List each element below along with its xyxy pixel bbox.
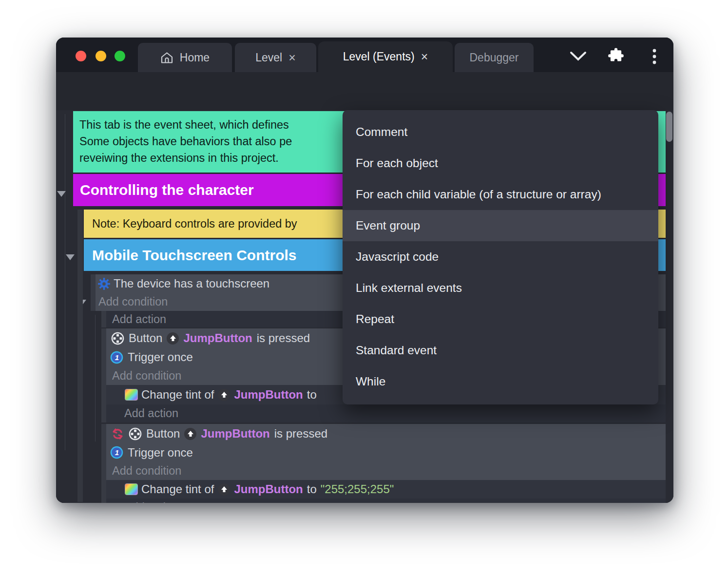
collapse-arrow[interactable] xyxy=(57,191,66,197)
action-prefix: Change tint of xyxy=(141,482,214,496)
menu-item-link-external-events[interactable]: Link external events xyxy=(343,272,658,304)
jumpbutton-icon xyxy=(218,483,230,496)
action-suffix: to xyxy=(307,482,317,496)
collapse-arrow[interactable] xyxy=(66,254,75,260)
action-row-2[interactable]: Change tint of JumpButton to "255;255;25… xyxy=(101,480,666,499)
add-event-context-menu: Comment For each object For each child v… xyxy=(343,110,658,404)
menu-item-comment[interactable]: Comment xyxy=(343,116,658,148)
trigger-once-icon: 1 xyxy=(110,446,123,459)
menu-item-for-each-child-variable[interactable]: For each child variable (of a structure … xyxy=(343,179,658,210)
tree-line xyxy=(65,114,65,450)
overflow-menu-icon[interactable] xyxy=(652,48,657,65)
instance-name: JumpButton xyxy=(183,331,252,345)
trigger-text: Trigger once xyxy=(128,446,193,460)
close-traffic-light[interactable] xyxy=(76,51,86,61)
instance-name: JumpButton xyxy=(234,388,303,402)
tint-icon xyxy=(125,484,137,495)
add-action-link[interactable]: Add action xyxy=(101,499,666,503)
indent-bar xyxy=(77,210,83,502)
group-title: Controlling the character xyxy=(80,182,254,198)
trigger-text: Trigger once xyxy=(128,350,193,364)
jumpbutton-icon xyxy=(167,332,179,345)
jumpbutton-icon xyxy=(218,389,230,401)
menu-item-event-group[interactable]: Event group xyxy=(343,210,658,241)
svg-text:1: 1 xyxy=(115,448,119,457)
trigger-once-row[interactable]: 1 Trigger once xyxy=(106,443,666,461)
condition-text: The device has a touchscreen xyxy=(114,277,269,290)
scrollbar-thumb[interactable] xyxy=(666,112,672,142)
menu-item-while[interactable]: While xyxy=(343,366,658,397)
tab-level-events[interactable]: Level (Events) × xyxy=(318,41,453,72)
menu-item-javascript-code[interactable]: Javascript code xyxy=(343,241,658,272)
svg-text:1: 1 xyxy=(115,353,119,362)
object-name: Button xyxy=(129,331,162,345)
button-object-icon xyxy=(111,332,124,345)
condition-row[interactable]: Button JumpButton is pressed xyxy=(106,424,666,443)
tint-icon xyxy=(125,389,137,400)
close-tab-icon[interactable]: × xyxy=(288,52,296,64)
tab-label: Home xyxy=(180,51,210,64)
group-title: Mobile Touchscreen Controls xyxy=(92,247,297,264)
titlebar: Home Level × Level (Events) × Debugger xyxy=(56,38,673,72)
instance-name: JumpButton xyxy=(201,427,269,441)
gear-icon xyxy=(97,277,111,290)
add-condition-link[interactable]: Add condition xyxy=(106,461,666,480)
jumpbutton-icon xyxy=(184,428,196,440)
menu-item-for-each-object[interactable]: For each object xyxy=(343,148,658,179)
app-window: Home Level × Level (Events) × Debugger xyxy=(56,38,673,503)
menu-item-repeat[interactable]: Repeat xyxy=(343,304,658,335)
instance-name: JumpButton xyxy=(234,482,303,496)
action-suffix: to xyxy=(307,388,317,402)
note-text: Note: Keyboard controls are provided by xyxy=(92,217,297,230)
toolbar xyxy=(56,72,673,110)
trigger-once-icon: 1 xyxy=(110,351,123,364)
home-icon xyxy=(160,51,173,64)
action-prefix: Change tint of xyxy=(141,388,214,402)
tab-debugger[interactable]: Debugger xyxy=(455,43,534,72)
tab-home[interactable]: Home xyxy=(138,43,232,72)
condition-suffix: is pressed xyxy=(257,331,310,345)
condition-suffix: is pressed xyxy=(274,427,327,441)
close-tab-icon[interactable]: × xyxy=(421,51,428,63)
tab-label: Debugger xyxy=(469,51,518,64)
menu-item-standard-event[interactable]: Standard event xyxy=(343,335,658,366)
tab-label: Level (Events) xyxy=(343,50,415,63)
tab-level[interactable]: Level × xyxy=(235,43,316,72)
event-block-2[interactable]: Button JumpButton is pressed 1 Trigger o… xyxy=(101,424,666,480)
tree-line xyxy=(95,315,96,442)
extensions-puzzle-icon[interactable] xyxy=(607,47,625,66)
button-object-icon xyxy=(129,427,142,441)
action-value: "255;255;255" xyxy=(321,482,394,496)
minimize-traffic-light[interactable] xyxy=(96,51,106,61)
object-name: Button xyxy=(146,427,180,441)
chevron-down-icon[interactable] xyxy=(569,50,587,62)
zoom-traffic-light[interactable] xyxy=(115,51,125,61)
tab-label: Level xyxy=(255,51,282,64)
add-action-link[interactable]: Add action xyxy=(101,404,666,422)
inverted-condition-icon xyxy=(111,427,124,441)
